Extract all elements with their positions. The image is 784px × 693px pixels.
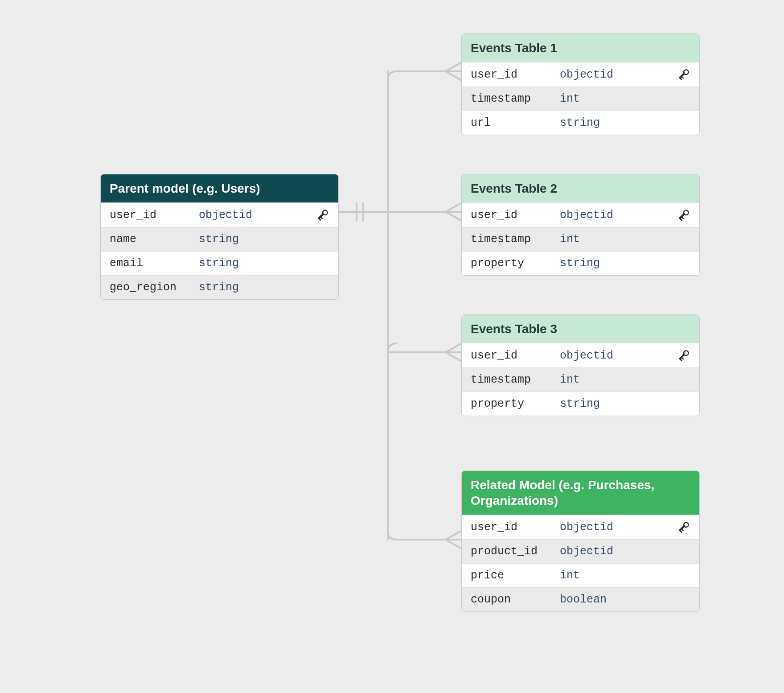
column-row: emailstring — [101, 251, 338, 275]
column-row: priceint — [462, 563, 699, 587]
column-name: product_id — [471, 545, 560, 558]
column-row: couponboolean — [462, 587, 699, 611]
column-row: user_idobjectid — [462, 202, 699, 227]
column-name: name — [110, 233, 199, 246]
column-row: timestampint — [462, 227, 699, 251]
table-title: Events Table 3 — [471, 322, 557, 336]
table-events-3: Events Table 3 user_idobjectidtimestampi… — [461, 314, 700, 416]
key-icon — [677, 520, 690, 534]
table-body: user_idobjectidtimestampintpropertystrin… — [462, 343, 699, 416]
column-row: geo_regionstring — [101, 275, 338, 299]
column-name: timestamp — [471, 233, 560, 246]
table-body: user_idobjectidnamestringemailstringgeo_… — [101, 202, 338, 299]
table-header-events1: Events Table 1 — [462, 34, 699, 62]
table-header-parent: Parent model (e.g. Users) — [101, 174, 338, 202]
column-row: user_idobjectid — [462, 62, 699, 87]
column-type: objectid — [560, 349, 677, 362]
column-name: email — [110, 257, 199, 270]
column-row: user_idobjectid — [462, 515, 699, 539]
table-body: user_idobjectidtimestampintpropertystrin… — [462, 202, 699, 275]
table-header-related: Related Model (e.g. Purchases, Organizat… — [462, 471, 699, 515]
column-type: objectid — [560, 545, 690, 558]
key-icon — [677, 349, 690, 362]
key-icon — [677, 208, 690, 222]
column-type: objectid — [560, 209, 677, 222]
column-type: string — [560, 397, 690, 410]
table-title: Parent model (e.g. Users) — [110, 182, 260, 195]
table-body: user_idobjectidtimestampinturlstring — [462, 62, 699, 135]
column-type: objectid — [560, 68, 677, 81]
column-row: namestring — [101, 227, 338, 251]
column-name: price — [471, 569, 560, 582]
column-row: timestampint — [462, 367, 699, 392]
column-type: string — [199, 257, 329, 270]
column-name: url — [471, 116, 560, 129]
table-body: user_idobjectidproduct_idobjectidpricein… — [462, 515, 699, 611]
column-type: int — [560, 92, 690, 105]
column-name: coupon — [471, 593, 560, 606]
table-header-events2: Events Table 2 — [462, 174, 699, 202]
column-row: product_idobjectid — [462, 539, 699, 563]
column-name: timestamp — [471, 92, 560, 105]
column-type: string — [560, 116, 690, 129]
column-name: geo_region — [110, 281, 199, 294]
column-type: boolean — [560, 593, 690, 606]
column-name: user_id — [471, 209, 560, 222]
column-row: propertystring — [462, 251, 699, 275]
column-type: int — [560, 233, 690, 246]
column-name: user_id — [471, 349, 560, 362]
column-type: string — [560, 257, 690, 270]
column-name: property — [471, 257, 560, 270]
column-row: timestampint — [462, 87, 699, 111]
table-title: Events Table 2 — [471, 182, 557, 195]
column-type: string — [199, 233, 329, 246]
table-header-events3: Events Table 3 — [462, 315, 699, 343]
column-type: objectid — [560, 521, 677, 534]
column-row: user_idobjectid — [462, 343, 699, 367]
table-related-model: Related Model (e.g. Purchases, Organizat… — [461, 470, 700, 612]
table-title: Related Model (e.g. Purchases, Organizat… — [471, 478, 654, 507]
column-row: urlstring — [462, 111, 699, 135]
column-row: propertystring — [462, 392, 699, 416]
column-type: string — [199, 281, 329, 294]
column-type: objectid — [199, 209, 316, 222]
table-events-2: Events Table 2 user_idobjectidtimestampi… — [461, 174, 700, 276]
table-events-1: Events Table 1 user_idobjectidtimestampi… — [461, 33, 700, 135]
table-parent-model: Parent model (e.g. Users) user_idobjecti… — [100, 174, 339, 300]
column-type: int — [560, 373, 690, 386]
er-diagram-canvas: Parent model (e.g. Users) user_idobjecti… — [0, 0, 784, 693]
column-name: user_id — [110, 209, 199, 222]
column-name: user_id — [471, 68, 560, 81]
key-icon — [316, 208, 329, 222]
table-title: Events Table 1 — [471, 41, 557, 55]
column-name: user_id — [471, 521, 560, 534]
column-type: int — [560, 569, 690, 582]
column-name: property — [471, 397, 560, 410]
column-name: timestamp — [471, 373, 560, 386]
key-icon — [677, 68, 690, 81]
column-row: user_idobjectid — [101, 202, 338, 227]
